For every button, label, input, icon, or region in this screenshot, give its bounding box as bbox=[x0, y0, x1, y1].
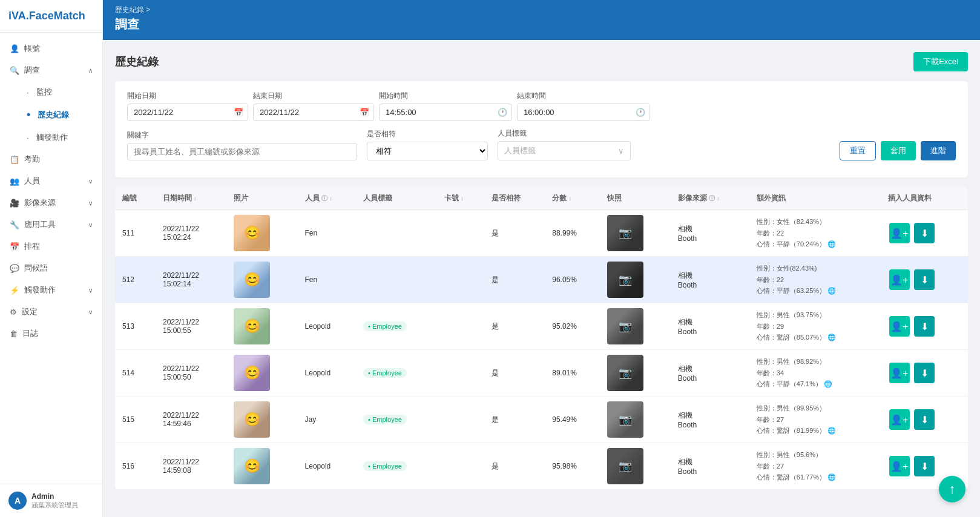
sidebar-item-greeting[interactable]: 💬 問候語 bbox=[0, 257, 102, 279]
sidebar-item-label: 歷史紀錄 bbox=[38, 110, 69, 120]
sidebar-item-attendance[interactable]: 📋 考勤 bbox=[0, 148, 102, 170]
download-button[interactable]: ⬇ bbox=[914, 409, 935, 430]
add-person-button[interactable]: 👤+ bbox=[889, 363, 910, 383]
sidebar-item-tools[interactable]: 🔧 應用工具 ∨ bbox=[0, 214, 102, 235]
globe-icon: 🌐 bbox=[824, 380, 832, 387]
sort-icon[interactable]: ↕ bbox=[329, 196, 332, 202]
sort-icon[interactable]: ↕ bbox=[569, 196, 572, 202]
col-datetime[interactable]: 日期時間 ↕ bbox=[156, 187, 226, 210]
match-select[interactable]: 相符 不相符 全部 bbox=[367, 142, 488, 160]
add-person-button[interactable]: 👤+ bbox=[889, 269, 910, 290]
sidebar-item-schedule[interactable]: 📅 排程 bbox=[0, 235, 102, 257]
cell-actions: 👤+ ⬇ bbox=[881, 210, 968, 257]
sidebar-item-settings[interactable]: ⚙ 設定 ∨ bbox=[0, 301, 102, 323]
sort-icon[interactable]: ↕ bbox=[717, 196, 720, 202]
cell-score: 95.49% bbox=[545, 397, 599, 443]
download-button[interactable]: ⬇ bbox=[914, 363, 935, 383]
cell-actions: 👤+ ⬇ bbox=[881, 303, 968, 350]
sidebar-item-trigger[interactable]: · 觸發動作 bbox=[17, 127, 102, 148]
dropdown-icon: ∨ bbox=[618, 147, 624, 156]
sidebar-item-label: 觸發動作 bbox=[36, 132, 68, 143]
end-date-label: 結束日期 bbox=[253, 91, 369, 101]
end-date-input[interactable] bbox=[253, 104, 374, 121]
sidebar-item-trigger2[interactable]: ⚡ 觸發動作 ∨ bbox=[0, 279, 102, 301]
advanced-button[interactable]: 進階 bbox=[921, 141, 956, 160]
sidebar-item-label: 排程 bbox=[24, 241, 40, 252]
user-icon: 👤 bbox=[10, 44, 19, 53]
sidebar-item-label: 監控 bbox=[36, 87, 52, 97]
col-source[interactable]: 影像來源 ⓘ ↕ bbox=[671, 187, 749, 210]
chevron-down-icon: ∨ bbox=[88, 309, 93, 315]
download-button[interactable]: ⬇ bbox=[914, 269, 935, 290]
col-photo: 照片 bbox=[226, 187, 297, 210]
download-button[interactable]: ⬇ bbox=[914, 223, 935, 243]
end-time-group: 結束時間 🕐 bbox=[517, 91, 645, 121]
sidebar-item-monitor[interactable]: · 監控 bbox=[17, 81, 102, 103]
info-icon[interactable]: ⓘ bbox=[709, 195, 715, 202]
cell-source: 相機Booth bbox=[671, 397, 749, 443]
chevron-down-icon: ∨ bbox=[88, 178, 93, 185]
sidebar-item-label: 觸發動作 bbox=[24, 285, 56, 295]
download-button[interactable]: ⬇ bbox=[914, 456, 935, 476]
cell-photo: 😊 bbox=[226, 303, 297, 350]
cell-id: 515 bbox=[115, 397, 156, 443]
apply-button[interactable]: 套用 bbox=[881, 141, 916, 160]
cell-snapshot: 📷 bbox=[600, 210, 671, 257]
match-group: 是否相符 相符 不相符 全部 bbox=[367, 129, 488, 160]
cell-id: 514 bbox=[115, 350, 156, 397]
sidebar-sub-monitor: · 監控 歷史紀錄 · 觸發動作 bbox=[0, 81, 102, 148]
cell-match: 是 bbox=[484, 397, 545, 443]
sidebar-item-account[interactable]: 👤 帳號 bbox=[0, 38, 102, 59]
end-time-input[interactable] bbox=[517, 104, 650, 121]
col-extra: 額外資訊 bbox=[749, 187, 881, 210]
cell-tag: • Employee bbox=[356, 443, 437, 490]
table-row: 512 2022/11/2215:02:14 😊 Fen 是 96.05% 📷 … bbox=[115, 257, 968, 303]
cell-match: 是 bbox=[484, 210, 545, 257]
cell-tag bbox=[356, 257, 437, 303]
topbar: 歷史紀錄 > 調查 bbox=[103, 0, 980, 40]
cell-snapshot: 📷 bbox=[600, 303, 671, 350]
cell-photo: 😊 bbox=[226, 350, 297, 397]
start-date-input[interactable] bbox=[127, 104, 248, 121]
sidebar-item-personnel[interactable]: 👥 人員 ∨ bbox=[0, 170, 102, 192]
table-container: 編號 日期時間 ↕ 照片 人員 ⓘ ↕ 人員標籤 卡號 ↕ 是否相符 分數 ↕ … bbox=[115, 187, 968, 490]
col-card[interactable]: 卡號 ↕ bbox=[437, 187, 484, 210]
sidebar: iVA.FaceMatch 👤 帳號 🔍 調查 ∧ · 監控 歷史紀錄 · 觸發… bbox=[0, 0, 103, 517]
start-time-input[interactable] bbox=[379, 104, 512, 121]
gear-icon: ⚙ bbox=[10, 308, 17, 317]
end-date-group: 結束日期 📅 bbox=[253, 91, 369, 121]
chevron-down-icon: ∨ bbox=[88, 200, 93, 206]
sidebar-item-logs[interactable]: 🗑 日誌 bbox=[0, 323, 102, 344]
add-person-button[interactable]: 👤+ bbox=[889, 316, 910, 337]
sidebar-item-survey[interactable]: 🔍 調查 ∧ bbox=[0, 59, 102, 81]
page-title: 調查 bbox=[115, 16, 968, 33]
add-person-button[interactable]: 👤+ bbox=[889, 456, 910, 476]
cell-datetime: 2022/11/2215:00:50 bbox=[156, 350, 226, 397]
sidebar-item-history[interactable]: 歷史紀錄 bbox=[17, 103, 102, 127]
add-person-button[interactable]: 👤+ bbox=[889, 223, 910, 243]
fab-button[interactable]: ↑ bbox=[939, 476, 965, 502]
sort-icon[interactable]: ↕ bbox=[461, 196, 464, 202]
cell-match: 是 bbox=[484, 303, 545, 350]
user-info: Admin 涵葉系統管理員 bbox=[31, 492, 78, 510]
col-person[interactable]: 人員 ⓘ ↕ bbox=[298, 187, 357, 210]
filter-actions: 重置 套用 進階 bbox=[840, 141, 956, 160]
cell-source: 相機Booth bbox=[671, 350, 749, 397]
keyword-input[interactable] bbox=[127, 143, 357, 160]
info-icon[interactable]: ⓘ bbox=[321, 195, 327, 202]
cell-snapshot: 📷 bbox=[600, 257, 671, 303]
sidebar-item-imgsource[interactable]: 🎥 影像來源 ∨ bbox=[0, 192, 102, 214]
download-button[interactable]: ⬇ bbox=[914, 316, 935, 337]
table-row: 513 2022/11/2215:00:55 😊 Leopold • Emplo… bbox=[115, 303, 968, 350]
col-score[interactable]: 分數 ↕ bbox=[545, 187, 599, 210]
cell-id: 513 bbox=[115, 303, 156, 350]
sidebar-item-label: 日誌 bbox=[22, 328, 38, 339]
table-row: 514 2022/11/2215:00:50 😊 Leopold • Emplo… bbox=[115, 350, 968, 397]
globe-icon: 🌐 bbox=[827, 240, 836, 248]
add-person-button[interactable]: 👤+ bbox=[889, 409, 910, 430]
reset-button[interactable]: 重置 bbox=[840, 141, 876, 160]
cell-score: 95.02% bbox=[545, 303, 599, 350]
download-excel-button[interactable]: 下載Excel bbox=[913, 52, 968, 71]
sort-icon[interactable]: ↕ bbox=[194, 196, 197, 202]
cell-score: 96.05% bbox=[545, 257, 599, 303]
